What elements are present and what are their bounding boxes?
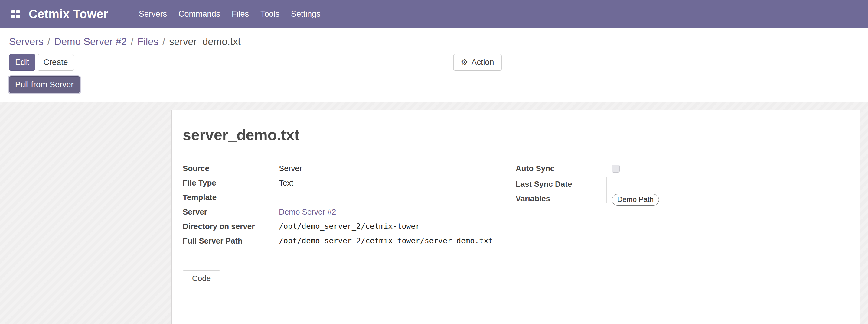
field-value-variables: Demo Path (612, 192, 849, 208)
control-panel-buttons: Edit Create ⚙ Action (0, 50, 868, 74)
tab-content-code (183, 287, 849, 324)
breadcrumb-current: server_demo.txt (169, 36, 241, 47)
field-grid: Source Server File Type Text Template Se… (183, 161, 849, 249)
breadcrumb-link-demo-server[interactable]: Demo Server #2 (54, 36, 127, 47)
field-label-full-path: Full Server Path (183, 234, 279, 249)
field-label-directory: Directory on server (183, 220, 279, 234)
form-sheet: server_demo.txt Source Server File Type … (172, 110, 860, 324)
field-label-template: Template (183, 190, 279, 205)
fields-left-column: Source Server File Type Text Template Se… (183, 161, 516, 249)
apps-grid-icon (11, 10, 20, 18)
control-panel: Servers/Demo Server #2/Files/server_demo… (0, 28, 868, 102)
menu-item-settings[interactable]: Settings (285, 6, 326, 22)
field-value-file-type: Text (279, 176, 516, 190)
field-label-last-sync-date: Last Sync Date (516, 177, 612, 192)
menu-item-commands[interactable]: Commands (173, 6, 226, 22)
field-value-last-sync-date (612, 177, 849, 192)
field-label-server: Server (183, 205, 279, 220)
content-area: server_demo.txt Source Server File Type … (0, 102, 868, 324)
breadcrumb-link-files[interactable]: Files (137, 36, 158, 47)
menu-item-files[interactable]: Files (226, 6, 255, 22)
field-separator-line (607, 177, 607, 203)
breadcrumb: Servers/Demo Server #2/Files/server_demo… (0, 28, 868, 50)
auto-sync-checkbox[interactable] (612, 165, 620, 172)
breadcrumb-separator: / (162, 36, 165, 47)
edit-create-group: Edit Create (9, 54, 74, 71)
field-value-auto-sync (612, 161, 849, 177)
app-window: Cetmix Tower Servers Commands Files Tool… (0, 0, 868, 324)
brand-title[interactable]: Cetmix Tower (29, 7, 108, 21)
main-menu: Servers Commands Files Tools Settings (133, 6, 326, 22)
apps-menu-button[interactable] (8, 7, 23, 21)
fields-right-column: Auto Sync Last Sync Date Variables Demo … (516, 161, 849, 249)
tab-code[interactable]: Code (183, 270, 220, 287)
field-label-auto-sync: Auto Sync (516, 161, 612, 177)
breadcrumb-separator: / (48, 36, 50, 47)
field-value-source: Server (279, 161, 516, 176)
field-value-template (279, 190, 516, 205)
create-button[interactable]: Create (37, 54, 74, 71)
field-value-server: Demo Server #2 (279, 205, 516, 220)
top-navbar: Cetmix Tower Servers Commands Files Tool… (0, 0, 868, 28)
notebook-tabs: Code (183, 270, 849, 287)
menu-item-tools[interactable]: Tools (255, 6, 285, 22)
action-button[interactable]: ⚙ Action (453, 54, 501, 71)
server-record-link[interactable]: Demo Server #2 (279, 207, 336, 217)
field-label-variables: Variables (516, 192, 612, 208)
action-button-label: Action (471, 58, 494, 66)
gear-icon: ⚙ (461, 58, 468, 66)
field-value-directory: /opt/demo_server_2/cetmix-tower (279, 220, 516, 234)
breadcrumb-separator: / (131, 36, 133, 47)
record-title: server_demo.txt (183, 126, 849, 144)
pull-from-server-button[interactable]: Pull from Server (9, 76, 80, 93)
field-label-source: Source (183, 161, 279, 176)
variable-tag: Demo Path (612, 194, 659, 205)
field-value-full-path: /opt/demo_server_2/cetmix-tower/server_d… (279, 234, 516, 249)
edit-button[interactable]: Edit (9, 54, 35, 71)
field-label-file-type: File Type (183, 176, 279, 190)
menu-item-servers[interactable]: Servers (133, 6, 173, 22)
breadcrumb-link-servers[interactable]: Servers (9, 36, 43, 47)
object-actions-row: Pull from Server (0, 74, 868, 102)
